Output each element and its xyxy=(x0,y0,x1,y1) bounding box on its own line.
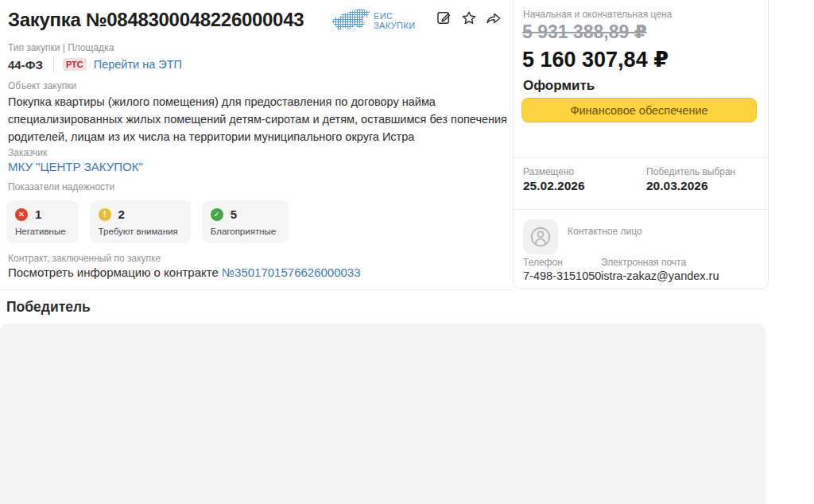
contact-avatar xyxy=(523,219,558,254)
negative-icon: ✕ xyxy=(15,208,28,221)
email-value: istra-zakaz@yandex.ru xyxy=(601,269,719,282)
reliability-badges: ✕ 1 Негативные ! 2 Требуют внимания ✓ 5 … xyxy=(6,200,289,243)
person-icon xyxy=(529,225,552,249)
placed-label: Размещено xyxy=(523,166,574,177)
checkout-label: Оформить xyxy=(523,78,595,94)
winner-card: ИП Крисюк Сергей Иванович 140000, Москов… xyxy=(0,324,766,504)
winner-chosen-date: 20.03.2026 xyxy=(646,179,708,193)
favorite-star-icon[interactable] xyxy=(460,10,478,27)
divider xyxy=(514,209,768,210)
winner-heading: Победитель xyxy=(6,299,91,316)
phone-label: Телефон xyxy=(523,257,563,268)
russia-map-icon xyxy=(332,9,370,32)
contract-label: Контракт, заключенный по закупке xyxy=(8,253,161,264)
reliability-label: Показатели надежности xyxy=(8,181,114,192)
warning-icon: ! xyxy=(99,208,111,221)
check-icon: ✓ xyxy=(211,208,223,221)
object-description: Покупка квартиры (жилого помещения) для … xyxy=(8,93,509,145)
initial-price: 5 931 388,89 ₽ xyxy=(522,21,647,43)
badge-attention: ! 2 Требуют внимания xyxy=(90,200,191,243)
divider xyxy=(514,157,768,158)
badge-negative: ✕ 1 Негативные xyxy=(6,200,79,243)
phone-value: 7-498-3151050 xyxy=(523,269,601,282)
law-row: 44-ФЗ РТС Перейти на ЭТП xyxy=(8,56,182,73)
purchase-panel: Закупка №0848300048226000043 ЕИС ЗАКУПКИ… xyxy=(0,0,513,290)
contract-text: Посмотреть информацию о контракте xyxy=(8,266,222,279)
final-price: 5 160 307,84 ₽ xyxy=(522,47,669,72)
type-platform-label: Тип закупки | Площадка xyxy=(8,42,114,53)
eis-logo-text: ЕИС ЗАКУПКИ xyxy=(374,11,416,30)
placed-date: 25.02.2026 xyxy=(523,179,585,193)
eis-zakupki-logo[interactable]: ЕИС ЗАКУПКИ xyxy=(332,9,416,32)
financial-security-button[interactable]: Финансовое обеспечение xyxy=(521,98,757,122)
email-label: Электронная почта xyxy=(601,257,686,268)
contract-line: Посмотреть информацию о контракте №35017… xyxy=(8,266,361,279)
share-icon[interactable] xyxy=(485,10,502,27)
badge-favorable: ✓ 5 Благоприятные xyxy=(202,200,289,243)
rts-platform-badge[interactable]: РТС xyxy=(63,58,87,71)
edit-note-icon[interactable] xyxy=(436,10,453,27)
customer-label: Заказчик xyxy=(8,147,47,158)
customer-link[interactable]: МКУ "ЦЕНТР ЗАКУПОК" xyxy=(8,160,143,173)
vertical-divider xyxy=(53,56,54,73)
contract-number-link[interactable]: №3501701576626000033 xyxy=(222,266,361,279)
winner-chosen-label: Победитель выбран xyxy=(646,166,735,177)
object-label: Объект закупки xyxy=(8,80,76,91)
go-to-etp-link[interactable]: Перейти на ЭТП xyxy=(94,58,182,71)
title-actions xyxy=(436,10,502,27)
contact-person-label: Контактное лицо xyxy=(568,226,642,237)
page-title: Закупка №0848300048226000043 xyxy=(8,9,304,31)
law-44fz: 44-ФЗ xyxy=(8,58,43,72)
price-card: Начальная и окончательная цена 5 931 388… xyxy=(513,0,769,289)
price-label: Начальная и окончательная цена xyxy=(523,9,672,20)
